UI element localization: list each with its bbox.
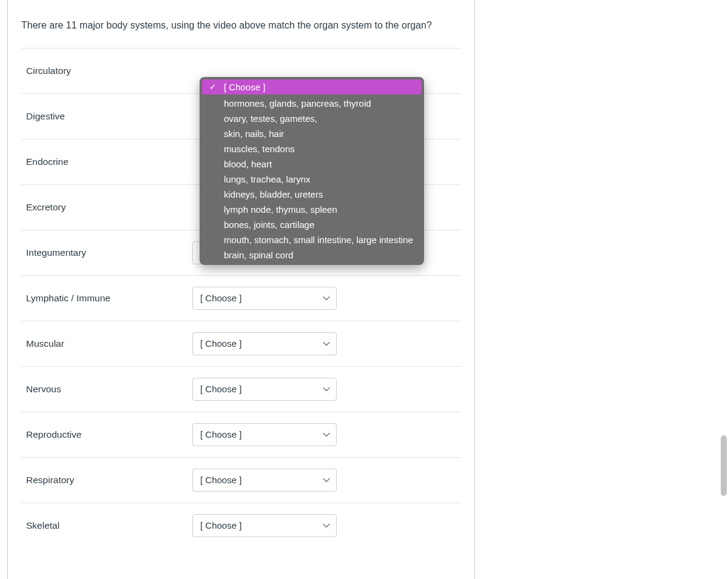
select-value: [ Choose ] <box>200 428 241 441</box>
dropdown-option[interactable]: kidneys, bladder, ureters <box>200 187 424 202</box>
select-value: [ Choose ] <box>200 292 241 304</box>
select-nervous[interactable]: [ Choose ] <box>192 378 337 401</box>
row-label: Reproductive <box>21 428 192 441</box>
question-text: There are 11 major body systems, using t… <box>21 0 461 48</box>
row-label: Skeletal <box>21 519 192 532</box>
match-row-muscular: Muscular [ Choose ] <box>21 321 461 366</box>
row-label: Endocrine <box>21 155 192 169</box>
dropdown-option[interactable]: ovary, testes, gametes, <box>200 111 424 126</box>
row-label: Excretory <box>21 201 192 214</box>
dropdown-option[interactable]: lymph node, thymus, spleen <box>200 202 424 217</box>
dropdown-option[interactable]: muscles, tendons <box>200 141 424 156</box>
row-label: Integumentary <box>21 246 192 259</box>
select-value: [ Choose ] <box>200 383 241 395</box>
match-row-skeletal: Skeletal [ Choose ] <box>21 503 461 548</box>
dropdown-option[interactable]: blood, heart <box>200 156 424 172</box>
select-reproductive[interactable]: [ Choose ] <box>192 423 337 446</box>
dropdown-menu[interactable]: [ Choose ] hormones, glands, pancreas, t… <box>200 77 424 265</box>
dropdown-option[interactable]: lungs, trachea, larynx <box>200 172 424 187</box>
select-respiratory[interactable]: [ Choose ] <box>192 469 337 492</box>
select-value: [ Choose ] <box>200 519 241 532</box>
chevron-down-icon <box>323 522 330 529</box>
match-row-reproductive: Reproductive [ Choose ] <box>21 412 461 457</box>
chevron-down-icon <box>323 340 330 347</box>
row-label: Digestive <box>21 110 192 123</box>
match-row-respiratory: Respiratory [ Choose ] <box>21 457 461 503</box>
row-label: Muscular <box>21 337 192 350</box>
row-label: Respiratory <box>21 474 192 487</box>
scrollbar-thumb[interactable] <box>721 435 727 496</box>
row-label: Circulatory <box>21 64 192 78</box>
dropdown-option[interactable]: skin, nails, hair <box>200 126 424 141</box>
dropdown-option[interactable]: bones, joints, cartilage <box>200 217 424 232</box>
row-label: Lymphatic / Immune <box>21 292 192 305</box>
dropdown-option[interactable]: brain, spinal cord <box>200 247 424 263</box>
dropdown-option[interactable]: mouth, stomach, small intestine, large i… <box>200 232 424 247</box>
chevron-down-icon <box>323 386 330 393</box>
select-skeletal[interactable]: [ Choose ] <box>192 514 337 537</box>
chevron-down-icon <box>323 431 330 438</box>
dropdown-option[interactable]: hormones, glands, pancreas, thyroid <box>200 96 424 111</box>
select-value: [ Choose ] <box>200 474 241 486</box>
select-value: [ Choose ] <box>200 337 241 350</box>
row-label: Nervous <box>21 383 192 396</box>
page-container: There are 11 major body systems, using t… <box>7 0 728 579</box>
chevron-down-icon <box>323 477 330 484</box>
chevron-down-icon <box>323 295 330 302</box>
select-lymphatic[interactable]: [ Choose ] <box>192 287 337 310</box>
match-row-lymphatic: Lymphatic / Immune [ Choose ] <box>21 275 461 321</box>
dropdown-option-selected[interactable]: [ Choose ] <box>202 79 422 95</box>
match-row-nervous: Nervous [ Choose ] <box>21 366 461 412</box>
scrollbar-track[interactable] <box>720 0 728 579</box>
select-muscular[interactable]: [ Choose ] <box>192 332 337 355</box>
